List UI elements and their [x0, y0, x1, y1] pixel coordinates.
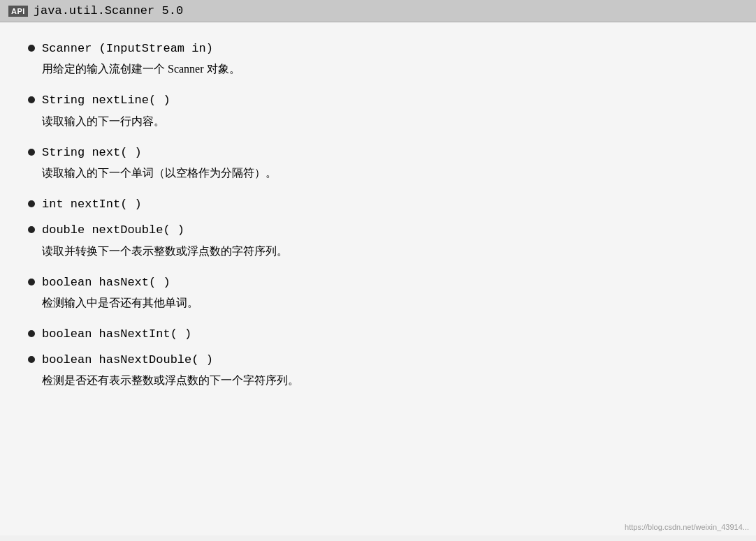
method-description: 检测是否还有表示整数或浮点数的下一个字符序列。 [42, 371, 728, 390]
method-description: 读取并转换下一个表示整数或浮点数的字符序列。 [42, 242, 728, 260]
list-item: String nextLine( )读取输入的下一行内容。 [28, 91, 728, 135]
method-signature: Scanner (InputStream in) [42, 39, 213, 58]
method-signature: String next( ) [42, 143, 142, 162]
bullet-icon [28, 96, 35, 103]
method-signature: boolean hasNextInt( ) [42, 325, 191, 343]
watermark: https://blog.csdn.net/weixin_43914... [625, 523, 749, 531]
page-header: API java.util.Scanner 5.0 [0, 0, 756, 22]
method-signature: double nextDouble( ) [42, 221, 184, 239]
bullet-icon [28, 330, 35, 337]
list-item: Scanner (InputStream in)用给定的输入流创建一个 Scan… [28, 39, 728, 84]
method-signature: boolean hasNextDouble( ) [42, 350, 213, 369]
bullet-icon [28, 279, 35, 286]
bullet-icon [28, 45, 35, 52]
content-area: Scanner (InputStream in)用给定的输入流创建一个 Scan… [0, 22, 756, 535]
list-item: boolean hasNextDouble( )检测是否还有表示整数或浮点数的下… [28, 350, 728, 395]
header-title: java.util.Scanner 5.0 [34, 4, 183, 17]
list-item: double nextDouble( )读取并转换下一个表示整数或浮点数的字符序… [28, 221, 728, 265]
method-description: 检测输入中是否还有其他单词。 [42, 293, 728, 312]
list-item: String next( )读取输入的下一个单词（以空格作为分隔符）。 [28, 143, 728, 188]
method-signature: String nextLine( ) [42, 91, 170, 110]
bullet-icon [28, 356, 35, 363]
method-signature: int nextInt( ) [42, 195, 142, 214]
method-signature: boolean hasNext( ) [42, 273, 170, 292]
list-item: boolean hasNextInt( ) [28, 325, 728, 343]
api-badge: API [8, 6, 28, 17]
list-item: boolean hasNext( )检测输入中是否还有其他单词。 [28, 273, 728, 318]
list-item: int nextInt( ) [28, 195, 728, 214]
method-description: 读取输入的下一行内容。 [42, 112, 728, 131]
method-description: 读取输入的下一个单词（以空格作为分隔符）。 [42, 163, 728, 182]
bullet-icon [28, 200, 35, 207]
bullet-icon [28, 226, 35, 233]
bullet-icon [28, 149, 35, 156]
method-description: 用给定的输入流创建一个 Scanner 对象。 [42, 59, 728, 78]
api-list: Scanner (InputStream in)用给定的输入流创建一个 Scan… [28, 39, 728, 396]
